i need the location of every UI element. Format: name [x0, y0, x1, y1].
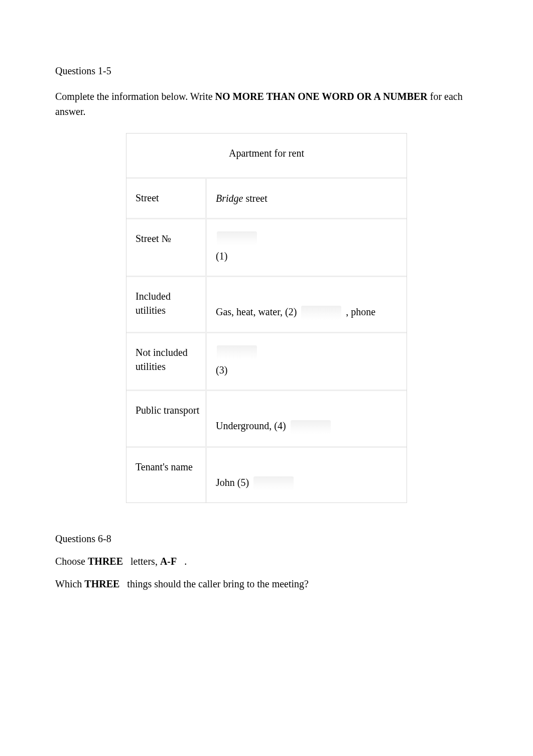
answer-blank[interactable] — [301, 306, 341, 320]
table-row: Street Bridge street — [126, 177, 407, 218]
row-value: Gas, heat, water, (2) , phone — [207, 277, 407, 332]
apartment-form-table: Apartment for rent Street Bridge street … — [126, 133, 407, 503]
answer-blank[interactable] — [217, 231, 257, 245]
form-title: Apartment for rent — [126, 134, 407, 177]
questions-6-8-heading: Questions 6-8 — [55, 533, 478, 545]
questions-1-5-heading: Questions 1-5 — [55, 65, 478, 77]
row-value: John (5) — [207, 448, 407, 502]
row-label: Included utilities — [126, 277, 207, 332]
answer-number: (5) — [237, 477, 249, 488]
text: Choose — [55, 556, 88, 567]
text-prefix: John — [216, 477, 237, 488]
table-row: Tenant's name John (5) — [126, 446, 407, 502]
row-label: Not included utilities — [126, 333, 207, 390]
row-label: Street — [126, 179, 207, 218]
row-value: Bridge street — [207, 179, 407, 218]
instruction-text-1: Complete the information below. Write — [55, 91, 215, 102]
answer-number: (3) — [216, 364, 227, 375]
table-row: Street № (1) — [126, 218, 407, 276]
italic-value: Bridge — [216, 193, 243, 204]
answer-blank[interactable] — [291, 420, 331, 434]
text-prefix: Underground, — [216, 420, 274, 431]
answer-number: (2) — [285, 306, 297, 317]
text-prefix: Gas, heat, water, — [216, 306, 285, 317]
row-value: (1) — [207, 219, 407, 276]
answer-number: (1) — [216, 250, 227, 262]
answer-blank[interactable] — [217, 345, 257, 359]
table-row: Public transport Underground, (4) — [126, 390, 407, 446]
table-row: Included utilities Gas, heat, water, (2)… — [126, 276, 407, 332]
row-label: Street № — [126, 219, 207, 276]
table-row: Not included utilities (3) — [126, 332, 407, 390]
row-label: Tenant's name — [126, 448, 207, 502]
row-value: (3) — [207, 333, 407, 390]
text-trailing: , phone — [343, 306, 375, 317]
row-value: Underground, (4) — [207, 391, 407, 446]
instruction-bold: NO MORE THAN ONE WORD OR A NUMBER — [215, 91, 428, 102]
text: Which — [55, 578, 84, 589]
text: letters, — [130, 556, 160, 567]
text: . — [184, 556, 187, 567]
text: things should the caller bring to the me… — [127, 578, 309, 589]
bold-text: A-F — [160, 556, 177, 567]
answer-blank[interactable] — [253, 476, 294, 490]
form-table-wrapper: Apartment for rent Street Bridge street … — [55, 133, 478, 503]
bold-text: THREE — [88, 556, 123, 567]
answer-number: (4) — [274, 420, 286, 431]
row-label: Public transport — [126, 391, 207, 446]
instruction-6-8-line2: Which THREE things should the caller bri… — [55, 578, 478, 590]
bold-text: THREE — [84, 578, 119, 589]
instruction-1-5: Complete the information below. Write NO… — [55, 89, 478, 119]
text-suffix: street — [243, 193, 267, 204]
instruction-6-8-line1: Choose THREE letters, A-F . — [55, 556, 478, 567]
